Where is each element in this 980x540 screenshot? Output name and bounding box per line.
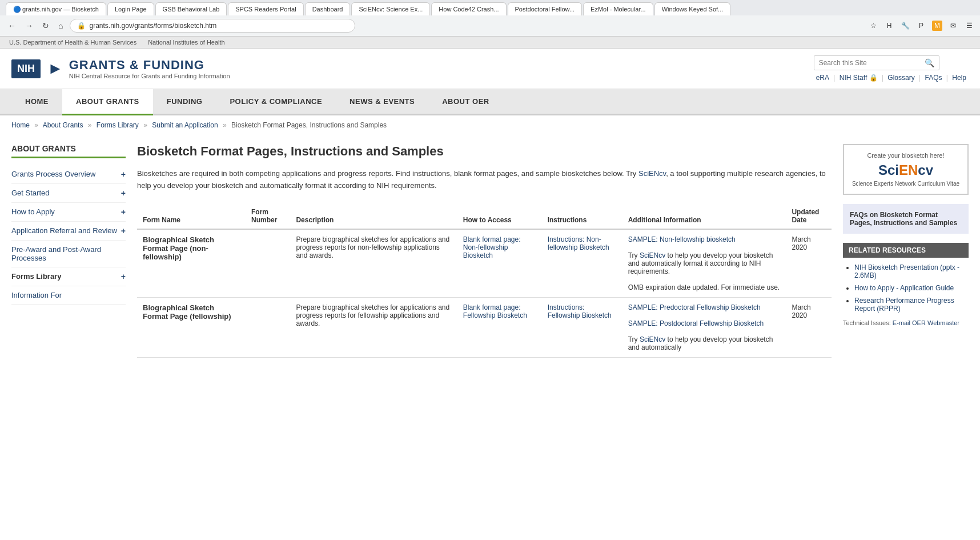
tab-label: How Code42 Crash... (439, 6, 499, 13)
nav-item-about-grants[interactable]: ABOUT GRANTS (62, 89, 153, 114)
sidebar-link-grants-overview[interactable]: Grants Process Overview (11, 170, 121, 178)
yellow-icon[interactable]: M (932, 21, 942, 31)
h-icon[interactable]: H (884, 21, 894, 31)
expand-icon[interactable]: + (121, 226, 126, 235)
col-form-name: Form Name (137, 203, 246, 229)
tab-label: Dashboard (312, 6, 343, 13)
nav-link-home[interactable]: HOME (11, 89, 62, 114)
tab[interactable]: SciENcv: Science Ex... (351, 2, 430, 15)
sample-predoctoral-link[interactable]: SAMPLE: Predoctoral Fellowship Biosketch (628, 303, 761, 311)
glossary-link[interactable]: Glossary (887, 74, 914, 82)
browser-chrome: 🔵 grants.nih.gov — Biosketch Login Page … (0, 0, 980, 37)
nav-link-funding[interactable]: FUNDING (153, 89, 216, 114)
sidebar-item-forms-library[interactable]: Forms Library + (11, 267, 126, 286)
sidebar-item-pre-award[interactable]: Pre-Award and Post-Award Processes (11, 241, 126, 267)
tab[interactable]: EzMol - Molecular... (583, 2, 653, 15)
sidebar-link-forms-library[interactable]: Forms Library (11, 272, 121, 281)
nav-item-funding[interactable]: FUNDING (153, 89, 216, 114)
sciencv-link-2[interactable]: SciENcv (640, 251, 665, 259)
nih-staff-link[interactable]: NIH Staff 🔒 (840, 74, 878, 82)
sidebar-item-information-for[interactable]: Information For (11, 286, 126, 305)
sidebar-link-pre-award[interactable]: Pre-Award and Post-Award Processes (11, 245, 126, 262)
faq-box[interactable]: FAQs on Biosketch Format Pages, Instruct… (843, 204, 969, 234)
nav-item-policy[interactable]: POLICY & COMPLIANCE (216, 89, 336, 114)
forward-button[interactable]: → (23, 20, 35, 31)
back-button[interactable]: ← (6, 20, 18, 31)
tab[interactable]: SPCS Readers Portal (228, 2, 303, 15)
site-title: GRANTS & FUNDING NIH Central Resource fo… (69, 58, 230, 79)
blank-format-link-nonfellowship[interactable]: Blank format page: Non-fellowship Bioske… (463, 235, 521, 259)
related-link-biosketch-presentation[interactable]: NIH Biosketch Presentation (pptx - 2.6MB… (854, 263, 959, 279)
tab[interactable]: Postdoctoral Fellow... (508, 2, 583, 15)
home-button[interactable]: ⌂ (56, 20, 65, 31)
paypal-icon[interactable]: P (916, 21, 926, 31)
tab-label: Postdoctoral Fellow... (515, 6, 575, 13)
expand-icon[interactable]: + (121, 170, 126, 179)
breadcrumb-forms-library[interactable]: Forms Library (97, 121, 139, 129)
sidebar-link-app-referral[interactable]: Application Referral and Review (11, 226, 121, 235)
sidebar-item-grants-overview[interactable]: Grants Process Overview + (11, 165, 126, 184)
reload-button[interactable]: ↻ (40, 20, 51, 31)
mail-icon[interactable]: ✉ (948, 21, 958, 31)
tab[interactable]: How Code42 Crash... (431, 2, 506, 15)
site-name: GRANTS & FUNDING (69, 58, 230, 73)
nav-link-policy[interactable]: POLICY & COMPLIANCE (216, 89, 336, 114)
era-link[interactable]: eRA (816, 74, 829, 82)
instructions-link-nonfellowship[interactable]: Instructions: Non-fellowship Biosketch (548, 235, 609, 251)
cell-form-name: Biographical Sketch Format Page (fellows… (137, 297, 246, 357)
menu-icon[interactable]: ☰ (964, 21, 974, 31)
expand-icon[interactable]: + (121, 189, 126, 198)
sidebar-item-get-started[interactable]: Get Started + (11, 184, 126, 203)
help-link[interactable]: Help (952, 74, 966, 82)
sidebar-item-app-referral[interactable]: Application Referral and Review + (11, 222, 126, 241)
sciencv-box[interactable]: Create your biosketch here! SciENcv Scie… (843, 144, 969, 195)
nav-item-about-oer[interactable]: ABOUT OER (428, 89, 503, 114)
tab[interactable]: GSB Behavioral Lab (155, 2, 227, 15)
gov-banner: U.S. Department of Health & Human Servic… (0, 37, 980, 49)
search-box[interactable]: 🔍 (814, 55, 939, 70)
expand-icon[interactable]: + (121, 272, 126, 281)
tab-label: GSB Behavioral Lab (163, 6, 220, 13)
sidebar-link-how-to-apply[interactable]: How to Apply (11, 207, 121, 216)
faqs-link[interactable]: FAQs (925, 74, 942, 82)
nav-item-news[interactable]: NEWS & EVENTS (336, 89, 428, 114)
tab[interactable]: Login Page (107, 2, 154, 15)
search-button[interactable]: 🔍 (925, 58, 934, 67)
email-webmaster-link[interactable]: E-mail OER Webmaster (893, 319, 959, 326)
tab[interactable]: Windows Keyed Sof... (654, 2, 731, 15)
lock-icon: 🔒 (77, 22, 86, 30)
address-bar: ← → ↻ ⌂ 🔒 grants.nih.gov/grants/forms/bi… (0, 15, 980, 36)
sciencv-link-3[interactable]: SciENcv (640, 335, 665, 343)
cell-instructions: Instructions: Non-fellowship Biosketch (542, 229, 622, 298)
tab[interactable]: Dashboard (305, 2, 351, 15)
breadcrumb-about-grants[interactable]: About Grants (43, 121, 83, 129)
nav-item-home[interactable]: HOME (11, 89, 62, 114)
col-instructions: Instructions (542, 203, 622, 229)
tab-bar: 🔵 grants.nih.gov — Biosketch Login Page … (0, 0, 980, 15)
extension-icon[interactable]: 🔧 (900, 21, 910, 31)
url-bar[interactable]: 🔒 grants.nih.gov/grants/forms/biosketch.… (70, 19, 355, 33)
nav-link-about-grants[interactable]: ABOUT GRANTS (62, 89, 153, 115)
divider: | (946, 74, 950, 82)
nav-link-about-oer[interactable]: ABOUT OER (428, 89, 503, 114)
sidebar-link-information-for[interactable]: Information For (11, 291, 126, 299)
instructions-link-fellowship[interactable]: Instructions: Fellowship Biosketch (548, 303, 612, 319)
nav-link-news[interactable]: NEWS & EVENTS (336, 89, 428, 114)
related-link-rppr[interactable]: Research Performance Progress Report (RP… (854, 297, 954, 313)
expand-icon[interactable]: + (121, 207, 126, 217)
site-logo[interactable]: NIH ► GRANTS & FUNDING NIH Central Resou… (11, 58, 230, 79)
additional-text: Try SciENcv to help you develop your bio… (628, 335, 773, 351)
sidebar-item-how-to-apply[interactable]: How to Apply + (11, 203, 126, 222)
cell-how-to-access: Blank format page: Non-fellowship Bioske… (457, 229, 542, 298)
blank-format-link-fellowship[interactable]: Blank format page: Fellowship Biosketch (463, 303, 527, 319)
breadcrumb-submit-application[interactable]: Submit an Application (152, 121, 218, 129)
breadcrumb-home[interactable]: Home (11, 121, 30, 129)
bookmark-star-icon[interactable]: ☆ (868, 21, 878, 31)
sample-postdoctoral-link[interactable]: SAMPLE: Postdoctoral Fellowship Biosketc… (628, 319, 764, 327)
sciencv-link[interactable]: SciENcv (638, 169, 666, 178)
related-link-how-to-apply[interactable]: How to Apply - Application Guide (854, 284, 954, 292)
sidebar-link-get-started[interactable]: Get Started (11, 189, 121, 197)
active-tab[interactable]: 🔵 grants.nih.gov — Biosketch (6, 2, 106, 15)
sample-nonfellowship-link[interactable]: SAMPLE: Non-fellowship biosketch (628, 235, 736, 243)
search-input[interactable] (819, 59, 925, 67)
